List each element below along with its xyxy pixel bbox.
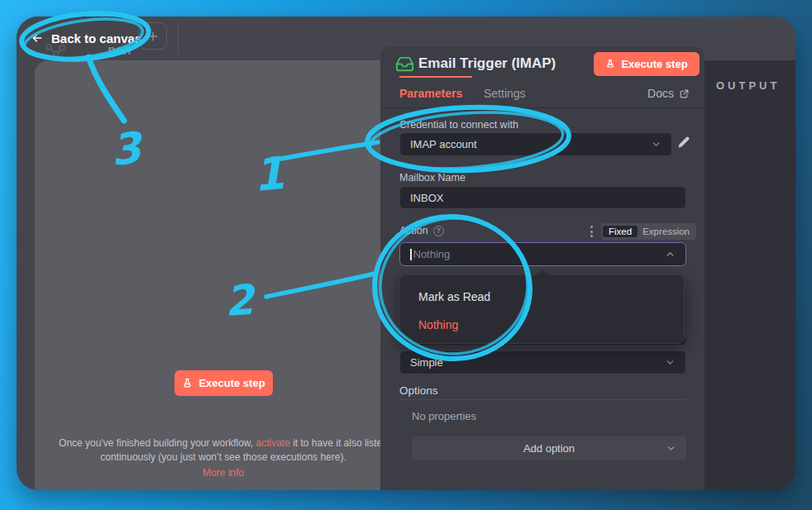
credential-value: IMAP account xyxy=(410,138,477,150)
action-label-row: Action ? xyxy=(399,225,444,236)
note-text-before: Once you've finished building your workf… xyxy=(59,437,256,449)
tabs-divider xyxy=(380,107,705,108)
active-tab-underline xyxy=(399,76,472,78)
flask-icon xyxy=(182,378,193,389)
add-option-label: Add option xyxy=(523,442,575,455)
plus-icon xyxy=(146,30,160,43)
kebab-menu-icon[interactable] xyxy=(589,224,595,239)
options-divider xyxy=(399,399,686,400)
external-link-icon xyxy=(679,88,690,99)
chevron-up-icon xyxy=(665,249,676,260)
topbar-divider xyxy=(178,23,179,53)
action-label: Action xyxy=(399,225,428,236)
mailbox-label: Mailbox Name xyxy=(399,172,466,184)
tabs-row: Parameters Settings Docs xyxy=(380,84,705,107)
node-title: Email Trigger (IMAP) xyxy=(418,55,556,72)
tab-settings[interactable]: Settings xyxy=(484,87,526,100)
action-select[interactable]: Nothing xyxy=(399,242,686,266)
action-dropdown-menu: Mark as Read Nothing xyxy=(399,274,685,344)
dropdown-caret xyxy=(537,269,550,282)
add-option-button[interactable]: Add option xyxy=(412,436,686,460)
docs-label: Docs xyxy=(647,87,674,100)
execute-step-label: Execute step xyxy=(198,377,265,389)
chevron-down-icon xyxy=(651,139,662,150)
pencil-icon xyxy=(676,136,690,150)
app-window: nan Back to canvas Execute s xyxy=(17,17,795,490)
options-section-label: Options xyxy=(399,384,438,397)
chevron-down-icon xyxy=(666,443,676,454)
no-properties-text: No properties xyxy=(412,410,476,422)
add-tab-button[interactable] xyxy=(139,22,167,50)
mailbox-value: INBOX xyxy=(410,192,443,204)
docs-link[interactable]: Docs xyxy=(647,87,690,100)
credential-label: Credential to connect with xyxy=(399,119,518,131)
dropdown-option-nothing[interactable]: Nothing xyxy=(418,318,458,331)
output-panel-label: OUTPUT xyxy=(716,79,780,92)
back-to-canvas-label: Back to canvas xyxy=(51,31,141,45)
toggle-expression[interactable]: Expression xyxy=(638,226,695,237)
back-arrow-icon xyxy=(30,31,45,45)
node-detail-panel: Email Trigger (IMAP) Execute step Parame… xyxy=(380,46,705,490)
chevron-down-icon xyxy=(665,357,676,368)
more-info-link[interactable]: More info xyxy=(58,466,389,480)
edit-credential-button[interactable] xyxy=(676,136,690,153)
flask-icon xyxy=(605,59,615,69)
execute-step-button-canvas[interactable]: Execute step xyxy=(174,370,273,396)
dropdown-option-mark-as-read[interactable]: Mark as Read xyxy=(418,290,490,303)
action-controls: Fixed Expression xyxy=(589,223,696,240)
mailbox-input[interactable]: INBOX xyxy=(399,186,686,209)
credential-select[interactable]: IMAP account xyxy=(399,132,672,156)
ndv-output-panel: OUTPUT xyxy=(705,60,795,490)
format-select[interactable]: Simple xyxy=(399,350,686,374)
action-value: Nothing xyxy=(413,248,451,260)
back-to-canvas-button[interactable]: Back to canvas xyxy=(30,26,141,50)
execute-step-label: Execute step xyxy=(621,58,687,70)
activation-note: Once you've finished building your workf… xyxy=(58,436,389,480)
execute-step-button-panel[interactable]: Execute step xyxy=(594,52,700,76)
screenshot-stage: nan Back to canvas Execute s xyxy=(0,0,812,510)
activate-link[interactable]: activate xyxy=(256,437,290,449)
toggle-fixed[interactable]: Fixed xyxy=(603,226,638,237)
text-cursor xyxy=(410,249,412,260)
tab-parameters[interactable]: Parameters xyxy=(399,87,462,100)
imap-inbox-icon xyxy=(395,55,414,77)
help-icon[interactable]: ? xyxy=(433,226,444,236)
fixed-expression-toggle[interactable]: Fixed Expression xyxy=(601,223,696,240)
format-value: Simple xyxy=(410,356,443,369)
